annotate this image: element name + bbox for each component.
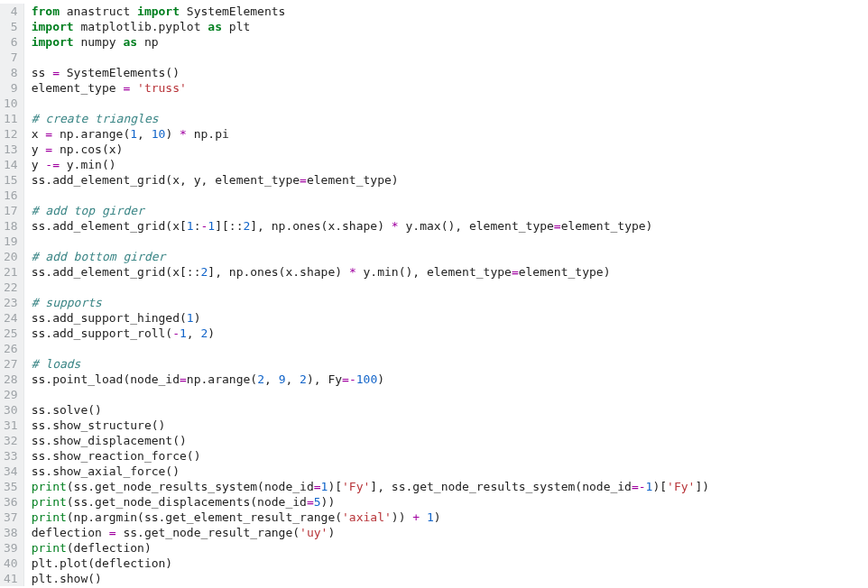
- line-number: 16: [4, 188, 18, 203]
- token-plain: y.min(): [60, 158, 116, 171]
- token-plain: SystemElements: [180, 5, 285, 18]
- token-plain: ss.show_reaction_force(): [32, 449, 201, 463]
- line-number: 5: [4, 19, 18, 34]
- token-str: 'Fy': [667, 480, 695, 493]
- token-opc: =: [45, 127, 52, 141]
- line-number: 28: [4, 372, 18, 387]
- code-line: # add top girder: [32, 203, 709, 218]
- token-num: 10: [152, 127, 166, 141]
- token-plain: ss.add_support_hinged(: [32, 311, 187, 325]
- line-number: 36: [4, 494, 18, 510]
- token-plain: y: [32, 142, 46, 156]
- line-number: 20: [4, 249, 18, 264]
- token-plain: [420, 510, 427, 524]
- token-plain: np.arange(: [187, 372, 257, 386]
- token-plain: plt.show(): [32, 572, 102, 585]
- line-number: 26: [4, 341, 18, 356]
- code-line: ss.add_element_grid(x, y, element_type=e…: [32, 172, 709, 188]
- token-plain: ss.get_node_result_range(: [116, 526, 300, 539]
- line-number: 10: [4, 96, 18, 111]
- line-number: 15: [4, 172, 18, 188]
- token-plain: ): [165, 127, 180, 141]
- line-number: 35: [4, 479, 18, 494]
- token-plain: ss.add_element_grid(x[: [32, 219, 187, 233]
- token-num: 2: [300, 372, 307, 386]
- token-com: # add bottom girder: [32, 250, 166, 263]
- token-plain: y.min(), element_type: [356, 265, 512, 279]
- code-line: ss.show_reaction_force(): [32, 448, 709, 464]
- token-plain: y.max(), element_type: [399, 219, 554, 233]
- token-plain: x: [32, 127, 46, 141]
- token-com: # supports: [32, 296, 102, 309]
- code-line: ss.add_element_grid(x[1:-1][::2], np.one…: [32, 218, 709, 234]
- token-opc: =: [307, 495, 314, 509]
- token-plain: ss.show_structure(): [32, 418, 166, 432]
- token-plain: :: [194, 219, 201, 233]
- code-line: # create triangles: [32, 111, 709, 126]
- line-number: 25: [4, 326, 18, 341]
- code-line: element_type = 'truss': [32, 80, 709, 96]
- token-num: 1: [187, 219, 194, 233]
- code-line: # add bottom girder: [32, 249, 709, 264]
- token-plain: )[: [652, 480, 667, 493]
- token-plain: np.arange(: [52, 127, 130, 141]
- token-plain: ss.show_displacement(): [32, 434, 187, 447]
- token-plain: element_type): [519, 265, 611, 279]
- token-plain: [130, 81, 137, 95]
- token-plain: ,: [137, 127, 152, 141]
- code-line: y -= y.min(): [32, 157, 709, 172]
- code-line: import numpy as np: [32, 34, 709, 50]
- token-plain: )): [392, 510, 412, 524]
- token-str: 'truss': [137, 81, 187, 95]
- code-line: ss = SystemElements(): [32, 65, 709, 80]
- line-number: 41: [4, 571, 18, 586]
- token-num: 1: [208, 219, 215, 233]
- line-number: 4: [4, 4, 18, 19]
- line-number: 33: [4, 448, 18, 464]
- code-line: ss.show_displacement(): [32, 433, 709, 448]
- line-number: 19: [4, 234, 18, 249]
- token-plain: np.pi: [187, 127, 229, 141]
- token-plain: ], np.ones(x.shape): [250, 219, 392, 233]
- token-kw: import: [32, 20, 74, 33]
- token-num: 100: [356, 372, 377, 386]
- token-fn: print: [32, 480, 67, 493]
- line-number: 30: [4, 402, 18, 418]
- token-plain: numpy: [74, 35, 124, 49]
- token-plain: np: [137, 35, 158, 49]
- token-opc: =: [300, 173, 307, 187]
- code-content: from anastruct import SystemElementsimpo…: [24, 4, 709, 586]
- token-fn: print: [32, 541, 67, 555]
- token-plain: ], ss.get_node_results_system(node_id: [370, 480, 632, 493]
- token-plain: matplotlib.pyplot: [74, 20, 208, 33]
- token-num: 1: [130, 127, 137, 141]
- code-line: [32, 96, 709, 111]
- line-number-gutter: 4567891011121314151617181920212223242526…: [0, 4, 24, 586]
- token-plain: )): [321, 495, 336, 509]
- token-num: 2: [257, 372, 264, 386]
- token-plain: ): [328, 526, 335, 539]
- token-plain: plt.plot(deflection): [32, 556, 173, 570]
- line-number: 12: [4, 126, 18, 142]
- code-line: [32, 188, 709, 203]
- code-line: ss.show_structure(): [32, 418, 709, 433]
- token-plain: )[: [328, 480, 342, 493]
- line-number: 7: [4, 50, 18, 65]
- token-plain: ): [434, 510, 441, 524]
- token-num: 1: [187, 311, 194, 325]
- code-block: 4567891011121314151617181920212223242526…: [0, 0, 868, 588]
- token-num: 1: [427, 510, 434, 524]
- token-plain: np.cos(x): [52, 142, 123, 156]
- code-line: y = np.cos(x): [32, 142, 709, 157]
- token-plain: anastruct: [60, 5, 137, 18]
- token-plain: ][::: [215, 219, 243, 233]
- token-num: 5: [314, 495, 321, 509]
- token-fn: print: [32, 495, 67, 509]
- token-opc: *: [392, 219, 399, 233]
- code-line: [32, 50, 709, 65]
- token-plain: ], np.ones(x.shape): [208, 265, 349, 279]
- token-plain: (ss.get_node_results_system(node_id: [67, 480, 314, 493]
- token-plain: ss.show_axial_force(): [32, 464, 180, 478]
- code-line: ss.add_element_grid(x[::2], np.ones(x.sh…: [32, 264, 709, 280]
- line-number: 13: [4, 142, 18, 157]
